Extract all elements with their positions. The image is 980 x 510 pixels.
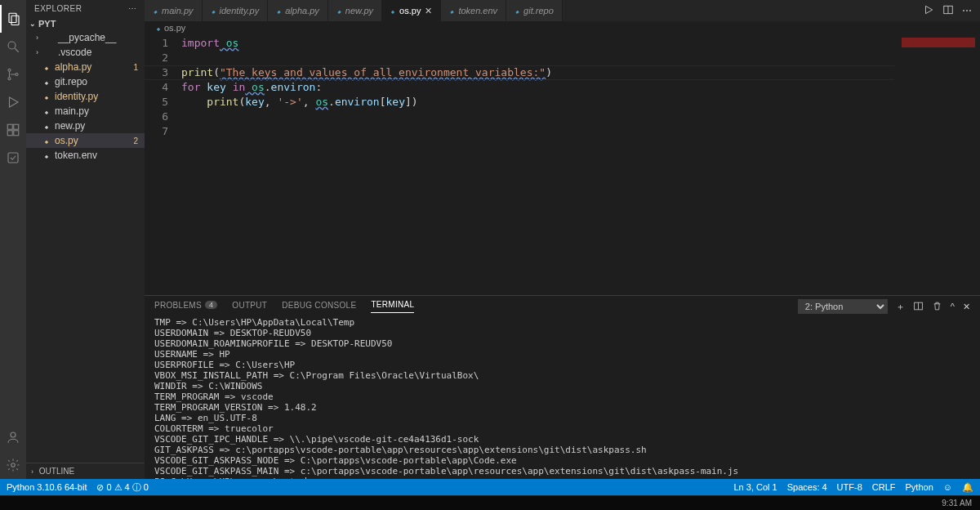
status-language[interactable]: Python: [906, 482, 933, 492]
taskbar: 9:31 AM: [0, 495, 980, 510]
svg-point-5: [8, 78, 11, 80]
svg-rect-11: [14, 131, 19, 136]
extensions-icon[interactable]: [0, 116, 26, 144]
editor-tab[interactable]: ⬥identity.py: [203, 0, 269, 21]
svg-point-2: [8, 42, 16, 49]
python-file-icon: ⬥: [156, 24, 161, 33]
svg-point-13: [11, 432, 16, 437]
chevron-right-icon: ›: [31, 468, 33, 476]
split-editor-icon[interactable]: [942, 4, 954, 18]
close-icon[interactable]: ✕: [425, 6, 432, 16]
account-icon[interactable]: [0, 423, 26, 451]
svg-rect-12: [8, 153, 18, 163]
sidebar-title: EXPLORER: [34, 4, 82, 13]
outline-section[interactable]: › OUTLINE: [26, 463, 145, 479]
file-item[interactable]: ⬥main.py: [26, 104, 145, 119]
status-bar: Python 3.10.6 64-bit ⊘0 ⚠4 ⓘ0 Ln 3, Col …: [0, 479, 980, 495]
file-item[interactable]: ⬥git.repo: [26, 74, 145, 89]
tab-bar: ⬥main.py⬥identity.py⬥alpha.py⬥new.py⬥os.…: [145, 0, 980, 21]
svg-marker-7: [10, 97, 19, 107]
svg-point-14: [11, 463, 16, 468]
folder-root[interactable]: ⌄ PYT: [26, 17, 145, 30]
source-control-icon[interactable]: [0, 60, 26, 88]
file-item[interactable]: ⬥new.py: [26, 119, 145, 133]
status-cursor[interactable]: Ln 3, Col 1: [733, 482, 777, 492]
editor-tab[interactable]: ⬥os.py✕: [382, 0, 441, 21]
editor-tab[interactable]: ⬥new.py: [328, 0, 382, 21]
test-icon[interactable]: [0, 144, 26, 172]
status-encoding[interactable]: UTF-8: [837, 482, 862, 492]
status-python[interactable]: Python 3.10.6 64-bit: [7, 482, 87, 492]
close-panel-icon[interactable]: ✕: [963, 302, 970, 312]
sidebar-header: EXPLORER ⋯: [26, 0, 145, 17]
panel-tab-terminal[interactable]: TERMINAL: [371, 300, 414, 313]
status-bell-icon[interactable]: 🔔: [962, 482, 973, 493]
file-item[interactable]: ⬥token.env: [26, 148, 145, 163]
panel-tab-debug[interactable]: DEBUG CONSOLE: [282, 301, 356, 313]
editor-tab[interactable]: ⬥alpha.py: [268, 0, 328, 21]
editor-tab[interactable]: ⬥token.env: [441, 0, 506, 21]
svg-rect-0: [9, 13, 16, 22]
terminal-selector[interactable]: 2: Python: [798, 299, 888, 314]
status-spaces[interactable]: Spaces: 4: [787, 482, 827, 492]
editor-tab[interactable]: ⬥git.repo: [506, 0, 563, 21]
svg-rect-10: [7, 131, 12, 136]
panel-tab-output[interactable]: OUTPUT: [232, 301, 267, 313]
svg-rect-8: [7, 124, 12, 129]
split-terminal-icon[interactable]: [913, 301, 924, 313]
panel-tabs: PROBLEMS4 OUTPUT DEBUG CONSOLE TERMINAL …: [145, 296, 980, 314]
editor-tab[interactable]: ⬥main.py: [145, 0, 203, 21]
run-icon[interactable]: [923, 4, 934, 18]
svg-rect-1: [11, 16, 19, 25]
svg-line-3: [15, 48, 19, 52]
trash-icon[interactable]: [932, 301, 942, 313]
editor-region: ⬥main.py⬥identity.py⬥alpha.py⬥new.py⬥os.…: [145, 0, 980, 479]
svg-marker-15: [926, 6, 933, 13]
minimap-overview[interactable]: [902, 38, 975, 47]
file-item[interactable]: ⬥os.py2: [26, 133, 145, 148]
more-actions-icon[interactable]: ⋯: [962, 5, 972, 16]
folder-item[interactable]: ›__pycache__: [26, 30, 145, 45]
status-feedback-icon[interactable]: ☺: [943, 482, 952, 492]
breadcrumb[interactable]: ⬥ os.py: [145, 21, 980, 34]
svg-point-4: [8, 69, 11, 71]
status-problems[interactable]: ⊘0 ⚠4 ⓘ0: [96, 481, 148, 494]
svg-point-6: [16, 74, 18, 76]
folder-item[interactable]: ›.vscode: [26, 45, 145, 60]
file-item[interactable]: ⬥identity.py: [26, 89, 145, 104]
maximize-panel-icon[interactable]: ^: [951, 302, 955, 311]
more-icon[interactable]: ⋯: [128, 4, 137, 13]
tab-actions: ⋯: [923, 0, 980, 21]
panel-tools: 2: Python ＋ ^ ✕: [798, 299, 970, 314]
panel-tab-problems[interactable]: PROBLEMS4: [154, 301, 217, 313]
taskbar-clock[interactable]: 9:31 AM: [942, 499, 972, 508]
chevron-down-icon: ⌄: [29, 20, 36, 28]
svg-rect-9: [14, 124, 19, 129]
terminal-output[interactable]: TMP => C:\Users\HP\AppData\Local\Temp US…: [145, 314, 980, 479]
search-icon[interactable]: [0, 33, 26, 60]
status-eol[interactable]: CRLF: [872, 482, 896, 492]
run-debug-icon[interactable]: [0, 88, 26, 116]
line-gutter: 1234567: [145, 34, 181, 295]
bottom-panel: PROBLEMS4 OUTPUT DEBUG CONSOLE TERMINAL …: [145, 295, 980, 479]
sidebar: EXPLORER ⋯ ⌄ PYT ›__pycache__›.vscode⬥al…: [26, 0, 145, 479]
activity-bar: [0, 0, 26, 479]
settings-icon[interactable]: [0, 451, 26, 479]
explorer-icon[interactable]: [0, 5, 26, 33]
code-content: import os print("The keys and values of …: [181, 34, 980, 295]
file-item[interactable]: ⬥alpha.py1: [26, 60, 145, 74]
file-tree: ›__pycache__›.vscode⬥alpha.py1⬥git.repo⬥…: [26, 30, 145, 463]
new-terminal-icon[interactable]: ＋: [896, 301, 905, 313]
editor[interactable]: 1234567 import os print("The keys and va…: [145, 34, 980, 295]
